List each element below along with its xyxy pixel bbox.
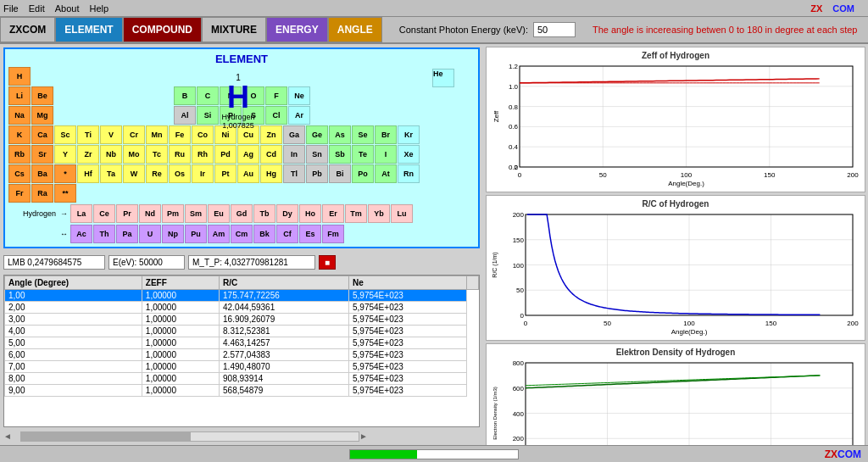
element-Nb[interactable]: Nb <box>100 145 122 164</box>
menu-about[interactable]: About <box>55 3 80 14</box>
element-Bi[interactable]: Bi <box>329 164 351 183</box>
element-Cl[interactable]: Cl <box>265 106 287 125</box>
element-Cd[interactable]: Cd <box>260 145 282 164</box>
table-row[interactable]: 9,001,00000568,548795,9754E+023 <box>5 385 479 397</box>
element-As[interactable]: As <box>329 125 351 144</box>
element-Pr[interactable]: Pr <box>116 204 138 223</box>
element-Ag[interactable]: Ag <box>237 145 259 164</box>
element-Ir[interactable]: Ir <box>192 164 214 183</box>
element-Tm[interactable]: Tm <box>345 204 367 223</box>
table-row[interactable]: 4,001,000008.312,523815,9754E+023 <box>5 326 479 337</box>
element-Hf[interactable]: Hf <box>77 164 99 183</box>
element-Np[interactable]: Np <box>162 225 184 243</box>
element-F[interactable]: F <box>265 86 287 105</box>
element-Dy[interactable]: Dy <box>276 204 298 223</box>
element-Hg[interactable]: Hg <box>260 164 282 183</box>
element-Y[interactable]: Y <box>54 145 76 164</box>
element-Ra[interactable]: Ra <box>31 184 53 203</box>
element-Mn[interactable]: Mn <box>146 125 168 144</box>
element-Gd[interactable]: Gd <box>231 204 253 223</box>
element-Sr[interactable]: Sr <box>31 145 53 164</box>
element-Kr[interactable]: Kr <box>398 125 420 144</box>
element-Pm[interactable]: Pm <box>162 204 184 223</box>
element-W[interactable]: W <box>123 164 145 183</box>
element-Te[interactable]: Te <box>352 145 374 164</box>
element-Fr[interactable]: Fr <box>8 184 31 203</box>
energy-input[interactable] <box>108 255 185 270</box>
element-Rn[interactable]: Rn <box>398 164 420 183</box>
element-Eu[interactable]: Eu <box>208 204 230 223</box>
element-Si[interactable]: Si <box>197 106 219 125</box>
element-Al[interactable]: Al <box>174 106 196 125</box>
element-Cf[interactable]: Cf <box>276 225 298 243</box>
element-Ge[interactable]: Ge <box>306 125 328 144</box>
element-Zr[interactable]: Zr <box>77 145 99 164</box>
element-Br[interactable]: Br <box>375 125 397 144</box>
tab-mixture[interactable]: MIXTURE <box>202 17 266 42</box>
element-Cm[interactable]: Cm <box>231 225 253 243</box>
element-La[interactable]: La <box>70 204 92 223</box>
element-Rh[interactable]: Rh <box>192 145 214 164</box>
element-Re[interactable]: Re <box>146 164 168 183</box>
tab-element[interactable]: ELEMENT <box>55 17 122 42</box>
table-row[interactable]: 3,001,0000016.909,260795,9754E+023 <box>5 314 479 326</box>
element-Zn[interactable]: Zn <box>260 125 282 144</box>
element-Cr[interactable]: Cr <box>123 125 145 144</box>
element-Yb[interactable]: Yb <box>368 204 390 223</box>
tab-compound[interactable]: COMPOUND <box>123 17 202 42</box>
element-Ga[interactable]: Ga <box>283 125 305 144</box>
element-Pt[interactable]: Pt <box>214 164 236 183</box>
data-table-scroll[interactable]: Angle (Degree) ZEFF R/C Ne 1,001,0000017… <box>3 275 480 427</box>
element-Fm[interactable]: Fm <box>322 225 344 243</box>
element-B[interactable]: B <box>174 86 196 105</box>
tab-energy[interactable]: ENERGY <box>266 17 328 42</box>
element-Er[interactable]: Er <box>322 204 344 223</box>
element-Nd[interactable]: Nd <box>139 204 161 223</box>
element-K[interactable]: K <box>8 125 31 144</box>
element-Es[interactable]: Es <box>299 225 321 243</box>
menu-help[interactable]: Help <box>89 3 108 14</box>
element-Rb[interactable]: Rb <box>8 145 31 164</box>
element-Sm[interactable]: Sm <box>185 204 207 223</box>
element-Sb[interactable]: Sb <box>329 145 351 164</box>
element-Ru[interactable]: Ru <box>169 145 191 164</box>
table-row[interactable]: 8,001,00000908,939145,9754E+023 <box>5 373 479 385</box>
stop-button[interactable]: ■ <box>319 255 336 270</box>
element-Ne[interactable]: Ne <box>288 86 310 105</box>
element-Ac[interactable]: Ac <box>70 225 92 243</box>
menu-file[interactable]: File <box>3 3 19 14</box>
element-Pa[interactable]: Pa <box>116 225 138 243</box>
element-Tc[interactable]: Tc <box>146 145 168 164</box>
element-Au[interactable]: Au <box>237 164 259 183</box>
element-Sc[interactable]: Sc <box>54 125 76 144</box>
element-Na[interactable]: Na <box>8 106 31 125</box>
element-Ce[interactable]: Ce <box>93 204 115 223</box>
element-Li[interactable]: Li <box>8 86 31 105</box>
element-Lu[interactable]: Lu <box>391 204 413 223</box>
element-Mo[interactable]: Mo <box>123 145 145 164</box>
element-Ca[interactable]: Ca <box>31 125 53 144</box>
menu-edit[interactable]: Edit <box>29 3 45 14</box>
element-Ti[interactable]: Ti <box>77 125 99 144</box>
lmb-input[interactable] <box>3 255 105 270</box>
element-Se[interactable]: Se <box>352 125 374 144</box>
element-dstar[interactable]: ** <box>54 184 76 203</box>
element-Be[interactable]: Be <box>31 86 53 105</box>
element-H[interactable]: H <box>8 67 31 86</box>
element-Cs[interactable]: Cs <box>8 164 31 183</box>
element-V[interactable]: V <box>100 125 122 144</box>
element-Am[interactable]: Am <box>208 225 230 243</box>
element-Ta[interactable]: Ta <box>100 164 122 183</box>
element-Mg[interactable]: Mg <box>31 106 53 125</box>
tab-angle[interactable]: ANGLE <box>328 17 382 42</box>
table-row[interactable]: 6,001,000002.577,043835,9754E+023 <box>5 349 479 361</box>
element-Pu[interactable]: Pu <box>185 225 207 243</box>
element-Po[interactable]: Po <box>352 164 374 183</box>
element-Tl[interactable]: Tl <box>283 164 305 183</box>
element-star[interactable]: * <box>54 164 76 183</box>
element-C[interactable]: C <box>197 86 219 105</box>
element-Ar[interactable]: Ar <box>288 106 310 125</box>
element-Os[interactable]: Os <box>169 164 191 183</box>
element-Sn[interactable]: Sn <box>306 145 328 164</box>
element-Th[interactable]: Th <box>93 225 115 243</box>
